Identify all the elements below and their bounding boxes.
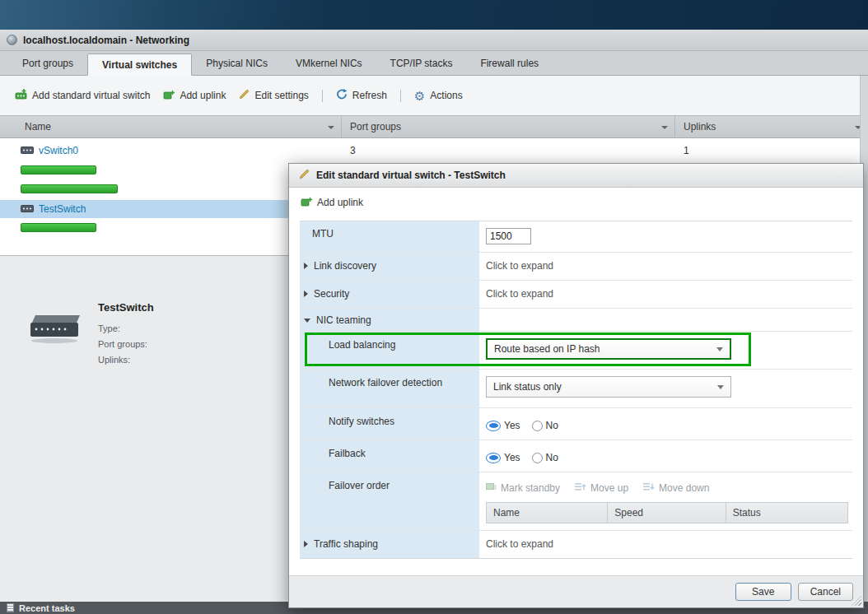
edit-settings-button[interactable]: Edit settings	[239, 89, 308, 102]
security-row: Security Click to expand	[300, 281, 852, 309]
failover-detection-row: Network failover detection Link status o…	[300, 370, 852, 408]
failover-detection-value: Link status only	[493, 381, 562, 393]
load-balancing-row: Load balancing Route based on IP hash	[300, 332, 852, 370]
vswitch0-link[interactable]: vSwitch0	[39, 145, 78, 156]
column-label: Uplinks	[684, 121, 716, 133]
notify-switches-yes-radio[interactable]	[486, 421, 501, 431]
column-menu-icon[interactable]	[661, 126, 668, 129]
switch-details-text: TestSwitch Type: Port groups: Uplinks:	[98, 301, 154, 368]
mtu-label: MTU	[300, 221, 479, 252]
testswitch-link[interactable]: TestSwitch	[39, 203, 86, 215]
failback-row: Failback Yes No	[300, 440, 852, 472]
collapsed-arrow-icon	[304, 291, 308, 297]
fo-column-speed[interactable]: Speed	[608, 503, 726, 523]
failover-detection-select[interactable]: Link status only	[486, 376, 731, 398]
mtu-input[interactable]	[486, 228, 531, 244]
window-titlebar: localhost.localdomain - Networking	[0, 30, 868, 51]
cancel-button[interactable]: Cancel	[798, 583, 853, 601]
cell-name: vSwitch0	[0, 145, 342, 156]
switch-table-header: Name Port groups Uplinks	[0, 115, 868, 138]
esxi-host-client: localhost.localdomain - Networking Port …	[0, 0, 868, 614]
column-label: Name	[25, 121, 51, 133]
notify-switches-row: Notify switches Yes No	[300, 408, 852, 440]
fo-column-status[interactable]: Status	[726, 503, 847, 523]
nic-teaming-row: NIC teaming	[300, 309, 852, 332]
refresh-button[interactable]: Refresh	[336, 89, 387, 102]
load-balancing-select[interactable]: Route based on IP hash	[486, 338, 731, 360]
column-header-uplinks[interactable]: Uplinks	[675, 116, 868, 137]
details-uplinks-label: Uplinks:	[98, 352, 154, 368]
add-uplink-label: Add uplink	[180, 90, 226, 101]
notify-switches-label: Notify switches	[300, 408, 479, 440]
nic-teaming-header[interactable]: NIC teaming	[300, 309, 479, 331]
security-expand[interactable]: Click to expand	[486, 287, 553, 300]
column-menu-icon[interactable]	[328, 126, 334, 129]
tab-port-groups[interactable]: Port groups	[8, 53, 87, 75]
link-discovery-label: Link discovery	[314, 260, 376, 272]
failover-detection-label: Network failover detection	[300, 370, 479, 407]
top-banner	[0, 0, 868, 30]
vswitch-icon	[21, 203, 34, 215]
tab-firewall-rules[interactable]: Firewall rules	[466, 53, 553, 75]
refresh-label: Refresh	[352, 90, 387, 101]
chevron-down-icon	[716, 347, 723, 351]
security-header[interactable]: Security	[300, 281, 479, 308]
mark-standby-button[interactable]: Mark standby	[486, 482, 560, 494]
tab-tcpip-stacks[interactable]: TCP/IP stacks	[376, 53, 467, 75]
expanded-arrow-icon	[304, 319, 310, 323]
portgroup-bar	[21, 223, 96, 232]
notify-switches-no-label: No	[546, 420, 558, 431]
column-label: Port groups	[350, 121, 401, 133]
traffic-shaping-header[interactable]: Traffic shaping	[300, 531, 479, 558]
move-up-icon	[575, 482, 586, 494]
traffic-shaping-row: Traffic shaping Click to expand	[300, 531, 852, 559]
traffic-shaping-label: Traffic shaping	[314, 538, 378, 550]
host-icon	[7, 35, 17, 45]
column-header-port-groups[interactable]: Port groups	[342, 116, 675, 137]
dialog-add-uplink-label: Add uplink	[317, 197, 363, 208]
add-uplink-icon	[163, 90, 175, 102]
security-label: Security	[314, 288, 349, 300]
tab-vmkernel-nics[interactable]: VMkernel NICs	[282, 53, 376, 75]
tab-virtual-switches[interactable]: Virtual switches	[87, 53, 192, 76]
dialog-title: Edit standard virtual switch - TestSwitc…	[316, 170, 506, 181]
add-uplink-button[interactable]: Add uplink	[163, 90, 226, 102]
failover-order-table-header: Name Speed Status	[486, 502, 848, 523]
fo-column-name[interactable]: Name	[487, 503, 608, 523]
cell-port-groups: 3	[342, 145, 675, 156]
dialog-toolbar: Add uplink	[289, 188, 863, 217]
mtu-row: MTU	[300, 221, 852, 253]
failback-no-radio[interactable]	[532, 453, 543, 463]
actions-button[interactable]: ⚙ Actions	[414, 90, 463, 101]
load-balancing-value: Route based on IP hash	[494, 343, 600, 355]
details-portgroups-label: Port groups:	[98, 337, 154, 352]
tab-physical-nics[interactable]: Physical NICs	[192, 53, 282, 75]
failover-order-toolbar: Mark standby Move up Move	[486, 482, 852, 494]
save-button[interactable]: Save	[735, 583, 791, 601]
table-row-vswitch0[interactable]: vSwitch0 3 1	[0, 142, 868, 160]
toolbar-separator	[400, 90, 401, 102]
failover-order-label: Failover order	[300, 472, 479, 530]
notify-switches-no-radio[interactable]	[532, 421, 543, 431]
refresh-icon	[336, 89, 348, 102]
cell-uplinks: 1	[675, 145, 868, 156]
failover-order-row: Failover order Mark standby	[300, 472, 852, 531]
failback-yes-radio[interactable]	[486, 453, 501, 463]
link-discovery-expand[interactable]: Click to expand	[486, 259, 553, 272]
switch-toolbar: Add standard virtual switch Add uplink E…	[15, 87, 463, 104]
dialog-footer: Save Cancel	[289, 575, 863, 607]
move-up-button[interactable]: Move up	[575, 482, 628, 494]
dialog-titlebar[interactable]: Edit standard virtual switch - TestSwitc…	[289, 164, 863, 188]
move-down-label: Move down	[659, 482, 709, 494]
chevron-down-icon	[717, 385, 724, 389]
traffic-shaping-expand[interactable]: Click to expand	[486, 537, 553, 550]
move-down-icon	[643, 482, 655, 494]
dialog-add-uplink-button[interactable]: Add uplink	[301, 197, 363, 209]
link-discovery-header[interactable]: Link discovery	[300, 253, 479, 280]
move-down-button[interactable]: Move down	[643, 482, 709, 494]
pencil-icon	[299, 169, 310, 182]
details-type-label: Type:	[98, 321, 154, 337]
column-header-name[interactable]: Name	[0, 116, 342, 137]
notify-switches-yes-label: Yes	[504, 420, 520, 431]
add-standard-vswitch-button[interactable]: Add standard virtual switch	[15, 89, 150, 102]
